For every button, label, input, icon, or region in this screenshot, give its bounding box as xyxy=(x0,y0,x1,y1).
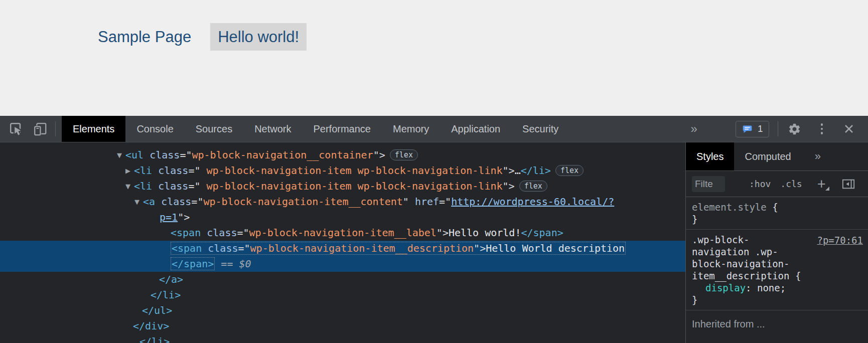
tree-row-span-label[interactable]: <span class="wp-block-navigation-item__l… xyxy=(0,225,685,241)
tree-row-a-close[interactable]: </a> xyxy=(0,272,685,287)
punct: "> xyxy=(373,149,385,161)
sidebar-tabs: Styles Computed » xyxy=(686,142,868,171)
tab-styles[interactable]: Styles xyxy=(686,142,734,170)
tab-elements[interactable]: Elements xyxy=(62,116,125,142)
toggle-sidebar-icon[interactable] xyxy=(842,178,855,191)
closing-tag: </a> xyxy=(159,273,183,285)
tree-row-li-open[interactable]: ▼<li class=" wp-block-navigation-item wp… xyxy=(0,179,685,194)
tab-memory[interactable]: Memory xyxy=(382,116,440,142)
devtools-tabs: Elements Console Sources Network Perform… xyxy=(62,116,569,142)
punct: } xyxy=(692,214,697,225)
tab-console[interactable]: Console xyxy=(125,116,184,142)
tag-name: <span xyxy=(171,227,201,239)
issues-count: 1 xyxy=(758,123,763,134)
tab-sources[interactable]: Sources xyxy=(185,116,243,142)
tree-row-ul-close[interactable]: </ul> xyxy=(0,303,685,318)
tag-name: <li xyxy=(134,164,152,177)
attr-value: wp-block-navigation-item wp-block-naviga… xyxy=(200,164,502,177)
element-style-selector: element.style xyxy=(692,202,767,213)
stylesheet-source-link[interactable]: ?p=70:61 xyxy=(817,234,863,246)
tree-row-span-description-close[interactable]: </span> == $0 xyxy=(0,256,685,272)
expand-arrow-icon[interactable]: ▼ xyxy=(134,194,143,210)
closing-tag: </div> xyxy=(133,320,169,332)
text-content: Hello World description xyxy=(486,242,625,254)
attr-name: class xyxy=(143,149,180,161)
punct: "> xyxy=(474,242,486,254)
css-rule-section[interactable]: ?p=70:61 .wp-block- navigation .wp- bloc… xyxy=(686,230,868,310)
tree-row-div-close[interactable]: </div> xyxy=(0,318,685,334)
tree-row-span-description-selected[interactable]: <span class="wp-block-navigation-item__d… xyxy=(0,241,685,256)
more-tabs-icon[interactable]: » xyxy=(691,122,697,136)
nav-link-hello-world[interactable]: Hello world! xyxy=(210,23,307,51)
closing-tag: </li> xyxy=(139,335,170,343)
toolbar-left-icons xyxy=(0,116,48,142)
tree-row-partial[interactable]: </li> xyxy=(0,334,685,343)
punct: =" xyxy=(180,149,192,161)
tab-application[interactable]: Application xyxy=(440,116,511,142)
tag-name: <a xyxy=(143,196,155,208)
close-icon[interactable] xyxy=(841,121,857,137)
toolbar-divider xyxy=(778,121,778,136)
flex-badge[interactable]: flex xyxy=(555,165,584,176)
nav-link-sample-page[interactable]: Sample Page xyxy=(98,28,191,46)
inherited-from-header[interactable]: Inherited from ... xyxy=(686,310,868,337)
toggle-pseudo-state-button[interactable]: :hov xyxy=(749,179,771,189)
attr-value: wp-block-navigation-item__content xyxy=(203,196,402,208)
tab-computed[interactable]: Computed xyxy=(734,142,801,170)
closing-tag: </span> xyxy=(172,258,214,270)
expand-arrow-icon[interactable]: ▼ xyxy=(125,179,134,194)
text-content: Hello world! xyxy=(449,227,521,239)
css-selector-line: navigation .wp- xyxy=(692,246,862,258)
issues-badge[interactable]: 1 xyxy=(736,121,769,137)
punct: =" xyxy=(191,196,203,208)
attr-name: class xyxy=(155,196,191,208)
tree-row-li-collapsed[interactable]: ▶<li class=" wp-block-navigation-item wp… xyxy=(0,163,685,179)
settings-gear-icon[interactable] xyxy=(787,121,803,137)
attr-value: wp-block-navigation__container xyxy=(192,149,373,161)
attr-name: class xyxy=(152,180,188,192)
element-style-section[interactable]: element.style { } xyxy=(686,197,868,230)
punct: } xyxy=(692,294,862,306)
closing-tag: </ul> xyxy=(142,304,172,316)
issues-icon xyxy=(742,123,753,135)
punct: "> xyxy=(178,211,190,223)
tab-performance[interactable]: Performance xyxy=(303,116,382,142)
punct: : xyxy=(746,282,757,293)
inspect-icon[interactable] xyxy=(8,121,24,137)
href-link[interactable]: http://wordpress-60.local/? xyxy=(451,196,614,208)
more-options-icon[interactable] xyxy=(821,123,823,134)
attr-name: class xyxy=(202,242,238,254)
devtools-panel: Elements Console Sources Network Perform… xyxy=(0,116,868,343)
href-link[interactable]: p=1 xyxy=(160,211,178,223)
collapse-arrow-icon[interactable]: ▶ xyxy=(125,163,134,179)
tab-security[interactable]: Security xyxy=(511,116,569,142)
tag-name: <li xyxy=(134,180,152,192)
element-classes-button[interactable]: .cls xyxy=(780,179,802,189)
sidebar-more-tabs-icon[interactable]: » xyxy=(815,142,821,170)
tree-row-li-close[interactable]: </li> xyxy=(0,287,685,303)
toolbar-right-controls: » 1 xyxy=(691,116,868,142)
css-property-name[interactable]: display xyxy=(705,282,746,293)
punct: " xyxy=(403,196,415,208)
flex-badge[interactable]: flex xyxy=(519,181,547,192)
styles-filter-input[interactable]: Filte xyxy=(692,176,725,192)
tree-row-a-open-wrap[interactable]: p=1"> xyxy=(0,210,685,225)
attr-value: wp-block-navigation-item wp-block-naviga… xyxy=(200,180,502,192)
punct: "> xyxy=(503,180,515,192)
punct: "> xyxy=(503,164,515,177)
expand-arrow-icon[interactable]: ▼ xyxy=(117,147,125,163)
css-selector-line: item__description { xyxy=(692,270,862,282)
device-toolbar-icon[interactable] xyxy=(32,121,48,137)
tree-row-ul-open[interactable]: ▼<ul class="wp-block-navigation__contain… xyxy=(0,147,685,163)
devtools-toolbar: Elements Console Sources Network Perform… xyxy=(0,116,868,142)
styles-sidebar: Styles Computed » Filte :hov .cls + xyxy=(685,142,868,343)
punct: "> xyxy=(437,227,449,239)
tab-network[interactable]: Network xyxy=(243,116,302,142)
css-property-value[interactable]: none; xyxy=(757,282,786,293)
new-style-rule-button[interactable]: + xyxy=(817,179,826,190)
punct: =" xyxy=(237,227,249,239)
css-declaration[interactable]: display: none; xyxy=(692,282,862,294)
collapsed-content-ellipsis: … xyxy=(515,164,521,177)
flex-badge[interactable]: flex xyxy=(390,149,418,160)
tree-row-a-open[interactable]: ▼<a class="wp-block-navigation-item__con… xyxy=(0,194,685,210)
